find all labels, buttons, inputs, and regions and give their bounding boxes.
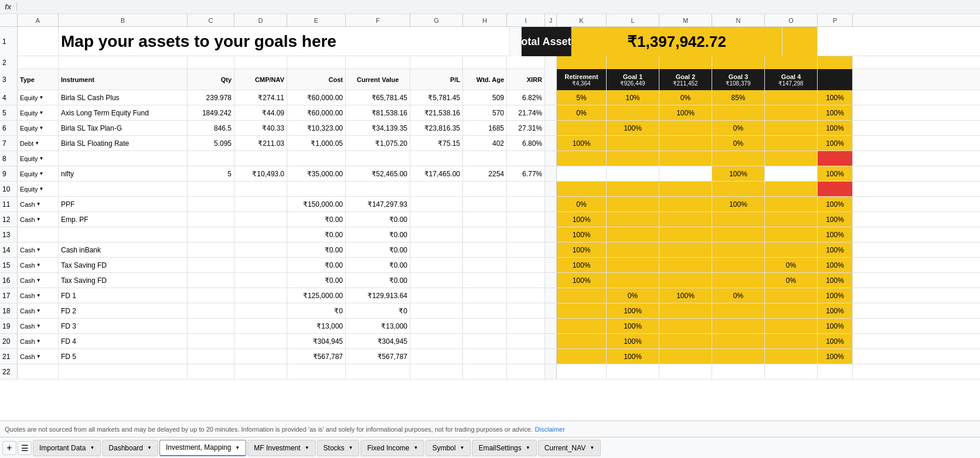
tab-stocks[interactable]: Stocks▼ (317, 440, 360, 456)
goal-cell-l[interactable]: 100% (607, 303, 659, 318)
goal-cell-p[interactable] (818, 151, 853, 166)
type-cell[interactable]: Equity▼ (18, 182, 59, 196)
goal-cell-k[interactable] (557, 364, 607, 379)
type-cell[interactable]: Equity▼ (18, 90, 59, 105)
goal-cell-n[interactable] (712, 364, 765, 379)
goal-cell-p[interactable]: 100% (818, 258, 853, 272)
goal-cell-m[interactable] (659, 182, 712, 196)
goal-cell-n[interactable]: 0% (712, 121, 765, 135)
goal-cell-p[interactable]: 100% (818, 136, 853, 151)
goal-cell-m[interactable] (659, 364, 712, 379)
type-cell[interactable]: Cash▼ (18, 258, 59, 272)
type-cell[interactable]: Equity▼ (18, 166, 59, 181)
type-cell[interactable]: Cash▼ (18, 273, 59, 288)
goal-cell-l[interactable] (607, 364, 659, 379)
type-cell[interactable]: Equity▼ (18, 105, 59, 120)
goal-cell-l[interactable]: 100% (607, 334, 659, 348)
goal-cell-n[interactable] (712, 334, 765, 348)
goal-cell-p[interactable]: 100% (818, 105, 853, 120)
goal-cell-k[interactable]: 100% (557, 273, 607, 288)
goal-cell-p[interactable]: 100% (818, 303, 853, 318)
type-cell[interactable]: Equity▼ (18, 121, 59, 135)
goal-cell-n[interactable] (712, 319, 765, 333)
goal-cell-o[interactable] (765, 349, 818, 364)
goal-cell-n[interactable]: 100% (712, 166, 765, 181)
goal-cell-p[interactable]: 100% (818, 121, 853, 135)
goal-cell-n[interactable] (712, 182, 765, 196)
goal-cell-m[interactable] (659, 212, 712, 227)
goal-cell-l[interactable]: 100% (607, 121, 659, 135)
goal-cell-n[interactable] (712, 227, 765, 242)
goal-cell-n[interactable]: 100% (712, 197, 765, 211)
goal-cell-m[interactable] (659, 273, 712, 288)
goal-cell-l[interactable] (607, 182, 659, 196)
goal-cell-m[interactable] (659, 151, 712, 166)
goal-cell-o[interactable] (765, 197, 818, 211)
goal-cell-k[interactable] (557, 182, 607, 196)
goal-cell-l[interactable] (607, 136, 659, 151)
goal-cell-o[interactable] (765, 166, 818, 181)
tab-dashboard[interactable]: Dashboard▼ (102, 440, 158, 456)
type-cell[interactable]: Cash▼ (18, 212, 59, 227)
goal-cell-p[interactable]: 100% (818, 197, 853, 211)
goal-cell-n[interactable]: 0% (712, 288, 765, 303)
goal-cell-k[interactable] (557, 151, 607, 166)
type-cell[interactable]: Cash▼ (18, 242, 59, 257)
goal-cell-o[interactable] (765, 288, 818, 303)
goal-cell-o[interactable] (765, 90, 818, 105)
goal-cell-k[interactable] (557, 334, 607, 348)
type-cell[interactable]: Equity▼ (18, 151, 59, 166)
goal-cell-l[interactable]: 100% (607, 319, 659, 333)
goal-cell-o[interactable] (765, 227, 818, 242)
goal-cell-p[interactable]: 100% (818, 288, 853, 303)
goal-cell-n[interactable]: 85% (712, 90, 765, 105)
goal-cell-m[interactable] (659, 166, 712, 181)
goal-cell-n[interactable]: 0% (712, 136, 765, 151)
goal-cell-p[interactable] (818, 182, 853, 196)
goal-cell-l[interactable] (607, 227, 659, 242)
goal-cell-n[interactable] (712, 105, 765, 120)
tab-emailsettings[interactable]: EmailSettings▼ (472, 440, 536, 456)
goal-cell-n[interactable] (712, 258, 765, 272)
goal-cell-m[interactable]: 0% (659, 90, 712, 105)
goal-cell-l[interactable] (607, 258, 659, 272)
goal-cell-l[interactable] (607, 105, 659, 120)
goal-cell-l[interactable] (607, 197, 659, 211)
goal-cell-p[interactable]: 100% (818, 273, 853, 288)
goal-cell-o[interactable] (765, 319, 818, 333)
goal-cell-k[interactable]: 100% (557, 258, 607, 272)
goal-cell-k[interactable] (557, 319, 607, 333)
goal-cell-n[interactable] (712, 349, 765, 364)
goal-cell-p[interactable]: 100% (818, 90, 853, 105)
type-cell[interactable]: Cash▼ (18, 303, 59, 318)
goal-cell-l[interactable]: 10% (607, 90, 659, 105)
goal-cell-o[interactable] (765, 212, 818, 227)
disclaimer-link[interactable]: Disclaimer (535, 426, 565, 433)
tab-current-nav[interactable]: Current_NAV▼ (538, 440, 601, 456)
goal-cell-k[interactable]: 0% (557, 105, 607, 120)
goal-cell-o[interactable] (765, 334, 818, 348)
tab-important-data[interactable]: Important Data▼ (33, 440, 101, 456)
tab-mf-investment[interactable]: MF Investment▼ (247, 440, 315, 456)
type-cell[interactable]: Cash▼ (18, 197, 59, 211)
goal-cell-p[interactable]: 100% (818, 334, 853, 348)
goal-cell-m[interactable] (659, 197, 712, 211)
goal-cell-o[interactable]: 0% (765, 273, 818, 288)
goal-cell-n[interactable] (712, 303, 765, 318)
goal-cell-o[interactable] (765, 182, 818, 196)
goal-cell-o[interactable] (765, 136, 818, 151)
goal-cell-k[interactable] (557, 288, 607, 303)
goal-cell-k[interactable] (557, 303, 607, 318)
goal-cell-m[interactable]: 100% (659, 288, 712, 303)
goal-cell-l[interactable]: 100% (607, 349, 659, 364)
type-cell[interactable] (18, 227, 59, 242)
goal-cell-k[interactable] (557, 121, 607, 135)
goal-cell-n[interactable] (712, 151, 765, 166)
goal-cell-m[interactable] (659, 319, 712, 333)
type-cell[interactable] (18, 364, 59, 379)
goal-cell-p[interactable]: 100% (818, 212, 853, 227)
goal-cell-o[interactable] (765, 303, 818, 318)
goal-cell-o[interactable] (765, 105, 818, 120)
goal-cell-n[interactable] (712, 212, 765, 227)
tab-menu-button[interactable]: ☰ (18, 441, 32, 455)
